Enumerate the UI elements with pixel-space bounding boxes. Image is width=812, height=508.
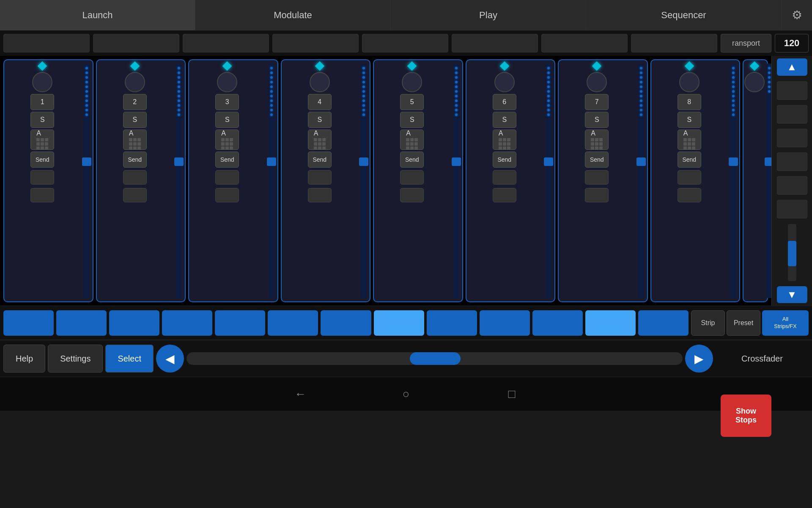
gear-button[interactable]: ⚙ [782, 0, 812, 30]
strip-6-solo[interactable]: S [493, 112, 516, 128]
strip-1-extra1[interactable] [30, 170, 54, 185]
sidebar-slot-2[interactable] [777, 105, 807, 124]
strip-6-fader-thumb[interactable] [544, 157, 553, 166]
transport-slot-4[interactable] [272, 34, 359, 52]
strip-5-send[interactable]: Send [400, 152, 424, 168]
strip-6-fader-track[interactable] [546, 64, 551, 298]
crossfader-track[interactable] [187, 352, 683, 365]
sidebar-slot-1[interactable] [777, 81, 807, 100]
strip-2-send[interactable]: Send [123, 152, 147, 168]
strip-2-extra1[interactable] [123, 170, 147, 185]
strip-4-extra1[interactable] [308, 170, 332, 185]
strip-1-extra2[interactable] [30, 188, 54, 202]
strip-6-extra2[interactable] [493, 188, 516, 202]
transport-slot-3[interactable] [183, 34, 269, 52]
strip-9-fader-track[interactable] [766, 64, 771, 298]
strip-8-extra2[interactable] [678, 188, 701, 202]
tab-modulate[interactable]: Modulate [195, 0, 391, 30]
show-stops-button[interactable]: Show Stops [721, 395, 771, 437]
android-home-button[interactable]: ○ [395, 384, 417, 405]
strip-2-number[interactable]: 2 [123, 94, 147, 110]
strip-9-fader-thumb[interactable] [765, 157, 771, 166]
strip-5-extra2[interactable] [400, 188, 424, 202]
strip-7-arm[interactable]: A [585, 130, 609, 150]
strip-8-fader-track[interactable] [730, 64, 736, 298]
bottom-btn-13[interactable] [638, 310, 689, 336]
strip-3-fader-thumb[interactable] [267, 157, 276, 166]
bottom-btn-4[interactable] [162, 310, 212, 336]
strip-3-extra1[interactable] [215, 170, 239, 185]
all-strips-button[interactable]: All Strips/FX [762, 310, 809, 336]
strip-5-fader[interactable] [450, 60, 462, 301]
strip-7-number[interactable]: 7 [585, 94, 609, 110]
strip-1-fader-track[interactable] [84, 64, 90, 298]
strip-button[interactable]: Strip [691, 310, 725, 336]
strip-1-fader[interactable] [81, 60, 93, 301]
bottom-btn-8[interactable] [374, 310, 424, 336]
strip-4-fader-track[interactable] [361, 64, 367, 298]
strip-6-arm[interactable]: A [493, 130, 516, 150]
sidebar-slot-6[interactable] [777, 200, 807, 218]
strip-2-solo[interactable]: S [123, 112, 147, 128]
strip-5-solo[interactable]: S [400, 112, 424, 128]
strip-4-fader[interactable] [358, 60, 370, 301]
transport-slot-7[interactable] [541, 34, 628, 52]
strip-4-solo[interactable]: S [308, 112, 332, 128]
strip-8-fader[interactable] [727, 60, 739, 301]
transport-slot-2[interactable] [93, 34, 179, 52]
android-recent-button[interactable]: □ [501, 384, 522, 405]
strip-6-extra1[interactable] [493, 170, 516, 185]
strip-5-fader-track[interactable] [453, 64, 459, 298]
strip-4-send[interactable]: Send [308, 152, 332, 168]
strip-1-fader-thumb[interactable] [82, 157, 91, 166]
arrow-right-button[interactable]: ▶ [685, 345, 713, 373]
strip-6-send[interactable]: Send [493, 152, 516, 168]
strip-7-solo[interactable]: S [585, 112, 609, 128]
crossfader-thumb[interactable] [410, 352, 461, 365]
bottom-btn-10[interactable] [480, 310, 530, 336]
strip-7-fader[interactable] [635, 60, 647, 301]
transport-slot-8[interactable] [631, 34, 717, 52]
strip-3-arm[interactable]: A [215, 130, 239, 150]
strip-6-number[interactable]: 6 [493, 94, 516, 110]
sidebar-slot-4[interactable] [777, 152, 807, 171]
strip-8-send[interactable]: Send [678, 152, 701, 168]
strip-3-send[interactable]: Send [215, 152, 239, 168]
strip-1-solo[interactable]: S [30, 112, 54, 128]
strip-4-fader-thumb[interactable] [359, 157, 368, 166]
strip-2-fader-thumb[interactable] [174, 157, 184, 166]
strip-5-fader-thumb[interactable] [452, 157, 461, 166]
strip-8-number[interactable]: 8 [678, 94, 701, 110]
strip-4-arm[interactable]: A [308, 130, 332, 150]
arrow-left-button[interactable]: ◀ [156, 345, 184, 373]
tab-sequencer[interactable]: Sequencer [586, 0, 782, 30]
strip-4-number[interactable]: 4 [308, 94, 332, 110]
strip-8-arm[interactable]: A [678, 130, 701, 150]
settings-button[interactable]: Settings [48, 345, 103, 373]
bottom-btn-5[interactable] [215, 310, 265, 336]
strip-1-send[interactable]: Send [30, 152, 54, 168]
strip-8-fader-thumb[interactable] [729, 157, 738, 166]
bottom-btn-12[interactable] [585, 310, 636, 336]
bottom-btn-6[interactable] [268, 310, 318, 336]
bottom-btn-11[interactable] [532, 310, 583, 336]
strip-9-fader[interactable] [765, 60, 771, 301]
strip-7-fader-track[interactable] [638, 64, 644, 298]
sidebar-slot-3[interactable] [777, 129, 807, 147]
bottom-btn-9[interactable] [427, 310, 477, 336]
preset-button[interactable]: Preset [727, 310, 760, 336]
bottom-btn-7[interactable] [321, 310, 371, 336]
sidebar-slot-5[interactable] [777, 176, 807, 195]
strip-7-extra1[interactable] [585, 170, 609, 185]
strip-7-extra2[interactable] [585, 188, 609, 202]
strip-7-send[interactable]: Send [585, 152, 609, 168]
strip-3-number[interactable]: 3 [215, 94, 239, 110]
strip-3-fader-track[interactable] [269, 64, 274, 298]
strip-2-extra2[interactable] [123, 188, 147, 202]
strip-2-fader-track[interactable] [176, 64, 182, 298]
scroll-up-button[interactable]: ▲ [777, 58, 807, 76]
transport-slot-1[interactable] [3, 34, 90, 52]
help-button[interactable]: Help [3, 345, 45, 373]
strip-5-arm[interactable]: A [400, 130, 424, 150]
strip-5-number[interactable]: 5 [400, 94, 424, 110]
